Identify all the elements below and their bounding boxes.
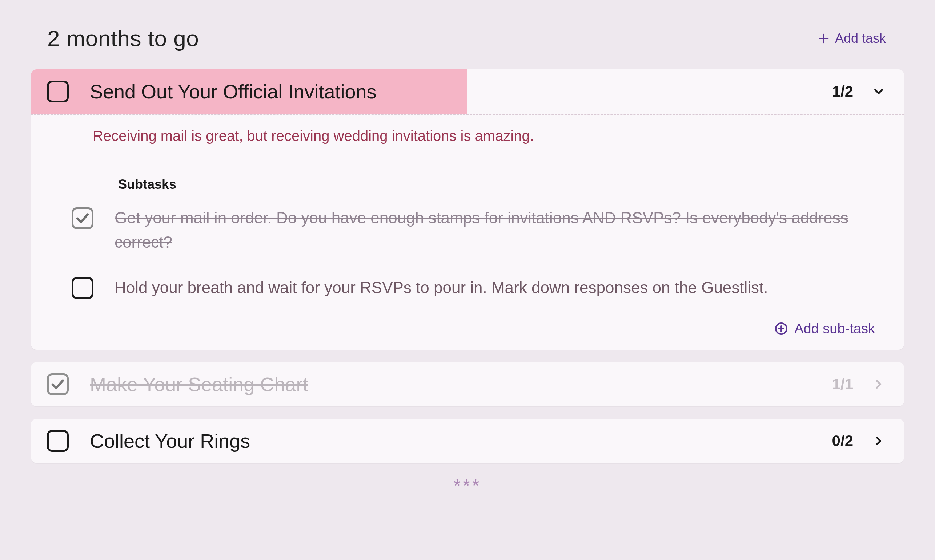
add-task-label: Add task bbox=[835, 31, 886, 46]
task-card: Send Out Your Official Invitations 1/2 R… bbox=[31, 69, 904, 350]
task-card: Make Your Seating Chart 1/1 bbox=[31, 362, 904, 406]
task-checkbox[interactable] bbox=[47, 81, 69, 102]
section-title: 2 months to go bbox=[47, 25, 199, 51]
task-counter: 1/2 bbox=[832, 83, 853, 100]
task-title: Make Your Seating Chart bbox=[90, 373, 832, 395]
task-body: Receiving mail is great, but receiving w… bbox=[31, 115, 904, 350]
task-title: Collect Your Rings bbox=[90, 430, 832, 452]
task-counter: 1/1 bbox=[832, 375, 853, 393]
task-title: Send Out Your Official Invitations bbox=[90, 80, 832, 103]
subtask-checkbox[interactable] bbox=[72, 208, 93, 229]
task-description: Receiving mail is great, but receiving w… bbox=[93, 128, 875, 144]
subtasks-heading: Subtasks bbox=[118, 177, 875, 192]
add-subtask-label: Add sub-task bbox=[794, 321, 875, 337]
subtask-text: Get your mail in order. Do you have enou… bbox=[114, 206, 875, 255]
subtask-checkbox[interactable] bbox=[72, 277, 93, 299]
add-task-button[interactable]: Add task bbox=[818, 31, 886, 46]
task-header[interactable]: Send Out Your Official Invitations 1/2 bbox=[31, 69, 904, 114]
plus-icon bbox=[818, 32, 830, 45]
chevron-right-icon[interactable] bbox=[872, 434, 886, 448]
chevron-down-icon[interactable] bbox=[872, 84, 886, 99]
task-counter: 0/2 bbox=[832, 432, 853, 449]
task-checkbox[interactable] bbox=[47, 430, 69, 452]
add-subtask-button[interactable]: Add sub-task bbox=[93, 321, 875, 337]
chevron-right-icon[interactable] bbox=[872, 377, 886, 391]
task-checkbox[interactable] bbox=[47, 373, 69, 395]
divider-stars: *** bbox=[31, 475, 904, 497]
subtask-row: Get your mail in order. Do you have enou… bbox=[72, 206, 875, 255]
subtask-row: Hold your breath and wait for your RSVPs… bbox=[72, 275, 875, 300]
subtask-text: Hold your breath and wait for your RSVPs… bbox=[114, 275, 768, 300]
task-header[interactable]: Make Your Seating Chart 1/1 bbox=[31, 362, 904, 406]
plus-circle-icon bbox=[774, 322, 788, 336]
task-card: Collect Your Rings 0/2 bbox=[31, 419, 904, 463]
task-header[interactable]: Collect Your Rings 0/2 bbox=[31, 419, 904, 463]
section-header: 2 months to go Add task bbox=[31, 22, 904, 69]
